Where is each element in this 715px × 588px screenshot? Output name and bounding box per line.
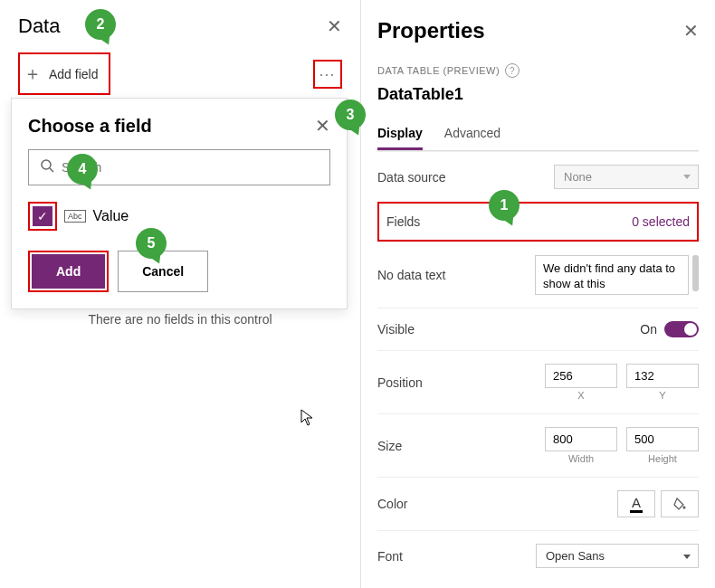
- visible-toggle[interactable]: [664, 321, 699, 337]
- no-data-text-input[interactable]: [535, 255, 689, 295]
- callout-3: 3: [335, 100, 366, 130]
- position-y-sublabel: Y: [659, 390, 665, 401]
- fields-label: Fields: [386, 214, 420, 229]
- popup-close-icon[interactable]: ✕: [315, 115, 330, 137]
- empty-fields-message: There are no fields in this control: [0, 312, 360, 327]
- add-button[interactable]: Add: [32, 254, 105, 289]
- size-width-sublabel: Width: [568, 453, 594, 464]
- help-icon[interactable]: ?: [505, 63, 520, 78]
- more-options-button[interactable]: ⋯: [313, 60, 342, 89]
- svg-point-2: [683, 507, 686, 509]
- position-x-input[interactable]: [545, 364, 617, 388]
- scrollbar-thumb[interactable]: [692, 255, 699, 291]
- text-type-icon: Abc: [64, 210, 86, 223]
- add-field-button[interactable]: ＋ Add field: [18, 52, 110, 95]
- size-label: Size: [377, 439, 402, 453]
- position-label: Position: [377, 375, 423, 390]
- color-label: Color: [377, 497, 407, 511]
- svg-point-0: [42, 160, 51, 169]
- visible-label: Visible: [377, 322, 415, 337]
- font-label: Font: [377, 549, 403, 564]
- visible-state-label: On: [640, 322, 657, 337]
- close-icon[interactable]: ✕: [327, 15, 342, 37]
- callout-4: 4: [67, 154, 98, 185]
- field-name-label: Value: [93, 208, 129, 224]
- properties-title: Properties: [377, 18, 485, 43]
- control-name: DataTable1: [377, 85, 699, 104]
- size-width-input[interactable]: [545, 427, 617, 451]
- data-panel-title: Data: [18, 14, 60, 38]
- callout-5: 5: [136, 228, 167, 259]
- tab-display[interactable]: Display: [377, 119, 423, 150]
- field-checkbox[interactable]: ✓: [33, 206, 52, 226]
- choose-field-popup: Choose a field ✕ ✓ Abc Value Add Cancel: [11, 98, 348, 309]
- search-input[interactable]: [62, 160, 319, 175]
- fields-selected-count[interactable]: 0 selected: [632, 214, 690, 229]
- font-color-button[interactable]: A: [617, 490, 655, 517]
- svg-line-1: [50, 168, 53, 172]
- cancel-button[interactable]: Cancel: [118, 251, 208, 292]
- data-source-label: Data source: [377, 170, 445, 185]
- popup-title: Choose a field: [28, 116, 152, 137]
- data-source-select[interactable]: None: [554, 165, 699, 189]
- callout-1: 1: [489, 190, 520, 221]
- position-x-sublabel: X: [577, 390, 584, 401]
- font-select[interactable]: Open Sans: [536, 544, 699, 568]
- properties-close-icon[interactable]: ✕: [683, 20, 699, 42]
- size-height-sublabel: Height: [648, 453, 677, 464]
- no-data-label: No data text: [377, 268, 446, 282]
- cursor-icon: [300, 409, 315, 432]
- size-height-input[interactable]: [626, 427, 699, 451]
- tab-advanced[interactable]: Advanced: [444, 119, 500, 150]
- callout-2: 2: [85, 9, 116, 40]
- fill-color-button[interactable]: [661, 490, 699, 517]
- plus-icon: ＋: [24, 62, 42, 86]
- control-type-label: DATA TABLE (PREVIEW): [377, 65, 500, 76]
- search-icon: [40, 158, 54, 176]
- add-field-label: Add field: [49, 67, 98, 81]
- position-y-input[interactable]: [626, 364, 699, 388]
